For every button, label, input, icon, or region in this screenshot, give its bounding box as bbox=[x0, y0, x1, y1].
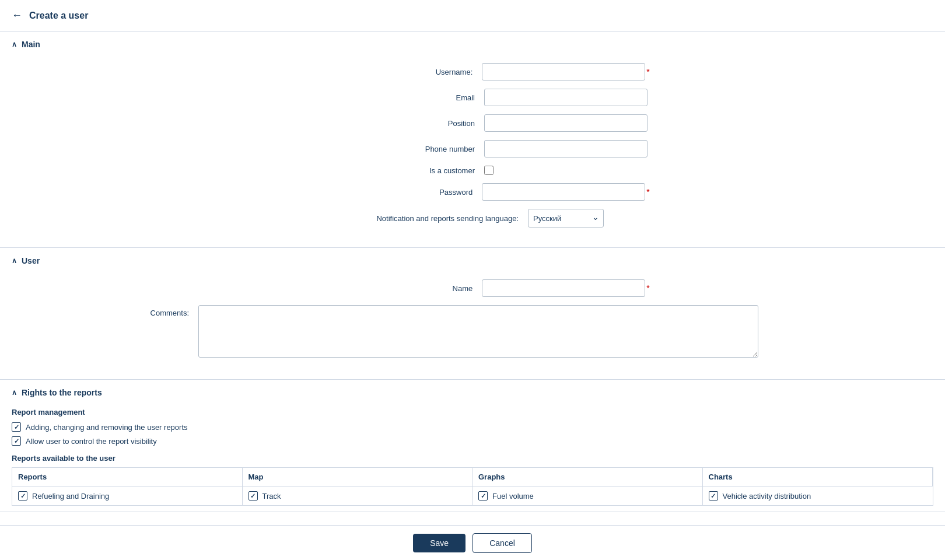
reports-col-header-map: Map bbox=[243, 468, 473, 487]
reports-col-item-vehicle-activity: Vehicle activity distribution bbox=[703, 487, 933, 505]
rights-section-body: Report management Adding, changing and r… bbox=[0, 408, 945, 512]
email-input[interactable] bbox=[484, 89, 648, 106]
reports-col-header-graphs: Graphs bbox=[473, 468, 703, 487]
cancel-button[interactable]: Cancel bbox=[473, 533, 532, 553]
reports-col-header-reports: Reports bbox=[12, 468, 243, 487]
password-required: * bbox=[646, 187, 649, 197]
rights-section-label: Rights to the reports bbox=[22, 388, 102, 397]
action-bar: Save Cancel bbox=[0, 525, 945, 560]
reports-col-header-charts: Charts bbox=[703, 468, 933, 487]
report-management-title: Report management bbox=[12, 408, 933, 416]
username-row: Username: * bbox=[12, 63, 933, 80]
rights-chevron-icon: ∧ bbox=[12, 388, 17, 397]
comments-textarea[interactable] bbox=[198, 305, 758, 358]
language-select-wrapper: Русский English Deutsch Français bbox=[528, 209, 604, 228]
page-header: ← Create a user bbox=[0, 0, 945, 32]
allow-visibility-label: Allow user to control the report visibil… bbox=[26, 437, 157, 446]
main-section: ∧ Main Username: * Email Position Ph bbox=[0, 32, 945, 248]
comments-wrapper bbox=[198, 305, 933, 359]
password-row: Password * bbox=[12, 183, 933, 201]
username-required: * bbox=[646, 67, 649, 76]
main-content: ∧ Main Username: * Email Position Ph bbox=[0, 32, 945, 522]
is-customer-row: Is a customer bbox=[12, 166, 933, 175]
reports-available-title: Reports available to the user bbox=[12, 454, 933, 463]
fuel-volume-checkbox[interactable] bbox=[478, 491, 488, 501]
comments-row: Comments: bbox=[12, 305, 933, 359]
allow-visibility-checkbox[interactable] bbox=[12, 436, 21, 446]
vehicle-activity-label: Vehicle activity distribution bbox=[723, 492, 811, 501]
rights-section-header[interactable]: ∧ Rights to the reports bbox=[0, 380, 945, 405]
language-select[interactable]: Русский English Deutsch Français bbox=[528, 209, 604, 228]
name-input[interactable] bbox=[482, 279, 645, 297]
adding-reports-row: Adding, changing and removing the user r… bbox=[12, 422, 933, 432]
main-section-header[interactable]: ∧ Main bbox=[0, 32, 945, 57]
password-input[interactable] bbox=[482, 183, 645, 201]
page-title: Create a user bbox=[29, 10, 88, 21]
email-row: Email bbox=[12, 89, 933, 106]
is-customer-checkbox[interactable] bbox=[484, 166, 494, 175]
email-label: Email bbox=[298, 93, 484, 102]
reports-col-item-track: Track bbox=[243, 487, 473, 505]
refueling-label: Refueling and Draining bbox=[32, 492, 109, 501]
phone-input[interactable] bbox=[484, 140, 648, 158]
phone-row: Phone number bbox=[12, 140, 933, 158]
comments-label: Comments: bbox=[12, 305, 198, 317]
reports-col-item-fuel-volume: Fuel volume bbox=[473, 487, 703, 505]
position-label: Position bbox=[298, 119, 484, 128]
adding-reports-checkbox[interactable] bbox=[12, 422, 21, 432]
user-chevron-icon: ∧ bbox=[12, 257, 17, 265]
track-checkbox[interactable] bbox=[249, 491, 258, 501]
position-input[interactable] bbox=[484, 114, 648, 132]
position-row: Position bbox=[12, 114, 933, 132]
user-section-body: Name * Comments: bbox=[0, 274, 945, 379]
allow-visibility-row: Allow user to control the report visibil… bbox=[12, 436, 933, 446]
back-button[interactable]: ← bbox=[12, 9, 22, 22]
user-section-header[interactable]: ∧ User bbox=[0, 248, 945, 274]
password-label: Password bbox=[295, 188, 482, 197]
main-section-body: Username: * Email Position Phone number bbox=[0, 57, 945, 247]
rights-section: ∧ Rights to the reports Report managemen… bbox=[0, 380, 945, 512]
main-section-label: Main bbox=[22, 40, 40, 49]
language-row: Notification and reports sending languag… bbox=[12, 209, 933, 228]
phone-label: Phone number bbox=[298, 145, 484, 153]
is-customer-label: Is a customer bbox=[298, 166, 484, 175]
vehicle-activity-checkbox[interactable] bbox=[709, 491, 718, 501]
name-row: Name * bbox=[12, 279, 933, 297]
language-label: Notification and reports sending languag… bbox=[341, 214, 528, 223]
reports-col-item-refueling: Refueling and Draining bbox=[12, 487, 243, 505]
main-chevron-icon: ∧ bbox=[12, 40, 17, 48]
refueling-checkbox[interactable] bbox=[18, 491, 27, 501]
name-required: * bbox=[646, 284, 649, 293]
username-input[interactable] bbox=[482, 63, 645, 80]
name-label: Name bbox=[295, 284, 482, 293]
username-label: Username: bbox=[295, 68, 482, 76]
reports-columns: Reports Map Graphs Charts Refueling and … bbox=[12, 467, 933, 506]
fuel-volume-label: Fuel volume bbox=[492, 492, 534, 501]
track-label: Track bbox=[262, 492, 281, 501]
save-button[interactable]: Save bbox=[413, 534, 466, 552]
adding-reports-label: Adding, changing and removing the user r… bbox=[26, 423, 188, 432]
user-section: ∧ User Name * Comments: bbox=[0, 248, 945, 380]
is-customer-checkbox-wrapper bbox=[484, 166, 648, 175]
user-section-label: User bbox=[22, 256, 40, 265]
